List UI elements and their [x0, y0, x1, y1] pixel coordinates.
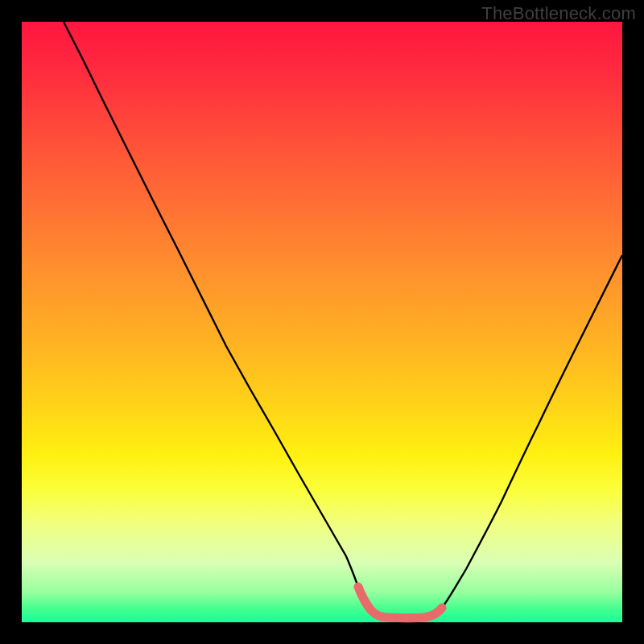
- curve-path: [64, 22, 622, 618]
- watermark-text: TheBottleneck.com: [481, 3, 636, 24]
- bottleneck-curve: [22, 22, 622, 622]
- chart-frame: TheBottleneck.com: [0, 0, 644, 644]
- plot-area: [22, 22, 622, 622]
- curve-highlight: [358, 587, 442, 618]
